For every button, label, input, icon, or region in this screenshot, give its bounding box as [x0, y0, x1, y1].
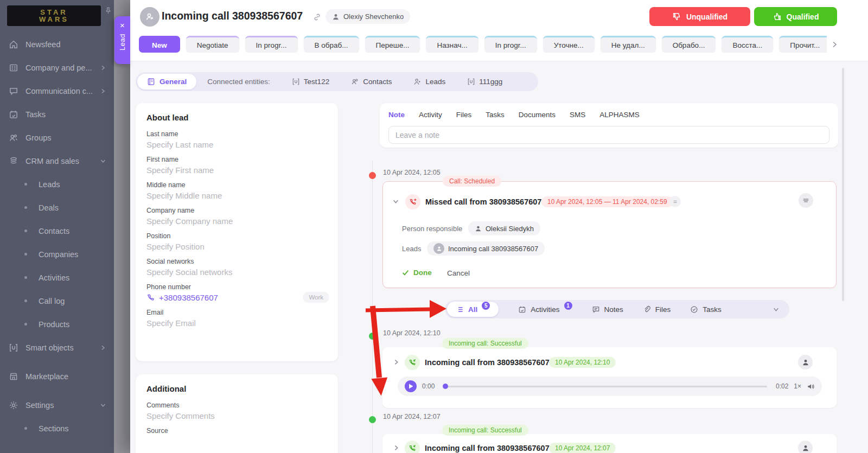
- activity-title: Incoming call from 380938567607: [425, 444, 550, 452]
- stage-vossta[interactable]: Восста...: [722, 36, 773, 53]
- sidebar-item-label: Leads: [39, 180, 60, 189]
- sidebar-item-call-log[interactable]: Call log: [0, 289, 114, 312]
- sidebar-item-companies[interactable]: Companies: [0, 243, 114, 266]
- app-logo[interactable]: STAR WARS: [7, 5, 101, 26]
- sidebar-item-sections[interactable]: Sections: [0, 417, 114, 440]
- stages-scroll-right-icon[interactable]: [830, 40, 839, 49]
- sidebar-item-newsfeed[interactable]: Newsfeed: [0, 33, 114, 56]
- sidebar-item-activities[interactable]: Activities: [0, 266, 114, 289]
- collapse-icon[interactable]: [392, 198, 399, 205]
- stage-ne-udal[interactable]: Не удал...: [601, 36, 656, 53]
- seek-knob[interactable]: [443, 384, 448, 389]
- play-button[interactable]: [405, 380, 417, 392]
- sidebar-item-marketplace[interactable]: Marketplace: [0, 365, 114, 388]
- field-comments[interactable]: Comments Specify Comments: [146, 401, 327, 420]
- volume-icon[interactable]: [807, 382, 815, 391]
- smart-object-icon: [9, 343, 18, 353]
- timeline-dot-green: [369, 416, 376, 423]
- close-icon[interactable]: ×: [120, 21, 125, 29]
- field-company-name[interactable]: Company name Specify Company name: [146, 207, 327, 226]
- owner-chip[interactable]: Olexiy Shevchenko: [326, 9, 410, 24]
- stage-v-obrab[interactable]: В обраб...: [304, 36, 359, 53]
- stage-negotiate[interactable]: Negotiate: [186, 36, 239, 53]
- sidebar-item-contacts[interactable]: Contacts: [0, 219, 114, 243]
- tab-files[interactable]: Files: [456, 111, 472, 119]
- field-source[interactable]: Source: [146, 427, 327, 435]
- field-position[interactable]: Position Specify Position: [146, 232, 327, 251]
- stage-utochne[interactable]: Уточне...: [543, 36, 595, 53]
- timeline-filter-bar: All 5 Activities 1 Notes Files Tasks: [445, 300, 789, 318]
- panel-scrollbar[interactable]: [842, 68, 844, 301]
- tab-note[interactable]: Note: [388, 111, 405, 119]
- sidebar-item-deals[interactable]: Deals: [0, 196, 114, 219]
- done-button[interactable]: Done: [402, 269, 432, 277]
- tab-test122[interactable]: Test122: [292, 78, 329, 86]
- expand-icon[interactable]: [393, 359, 400, 366]
- sidebar-item-communication[interactable]: Communication c...: [0, 79, 114, 103]
- stage-obrabo[interactable]: Обрабо...: [662, 36, 716, 53]
- status-badge: Incoming call: Successful: [442, 338, 528, 349]
- assignee-avatar[interactable]: [799, 193, 813, 208]
- field-first-name[interactable]: First name Specify First name: [146, 156, 327, 175]
- tab-tasks[interactable]: Tasks: [486, 111, 505, 119]
- filter-all[interactable]: All 5: [447, 302, 499, 317]
- sidebar-item-products[interactable]: Products: [0, 312, 114, 336]
- stage-in-progress-2[interactable]: In progr...: [484, 36, 537, 53]
- qualified-button[interactable]: Qualified: [754, 7, 837, 26]
- filter-chevron-down-icon[interactable]: [773, 306, 780, 313]
- sidebar-item-smart-objects[interactable]: Smart objects: [0, 336, 114, 359]
- cancel-button[interactable]: Cancel: [447, 269, 470, 277]
- note-input[interactable]: [388, 126, 829, 144]
- stage-new[interactable]: New: [139, 36, 180, 53]
- playback-rate[interactable]: 1×: [794, 382, 801, 390]
- assignee-avatar[interactable]: [798, 355, 813, 369]
- field-middle-name[interactable]: Middle name Specify Middle name: [146, 181, 327, 200]
- assignee-avatar[interactable]: [798, 441, 813, 453]
- check-icon: [402, 269, 409, 276]
- entity-tab-bar: General Connected entities: Test122 Cont…: [136, 72, 538, 91]
- link-icon[interactable]: [312, 12, 322, 22]
- sidebar-item-settings[interactable]: Settings: [0, 393, 114, 417]
- filter-notes[interactable]: Notes: [592, 305, 623, 314]
- expand-icon[interactable]: [393, 444, 400, 451]
- list-icon: [456, 305, 464, 314]
- sidebar-item-label: Marketplace: [25, 372, 68, 381]
- filter-files[interactable]: Files: [643, 305, 671, 314]
- tab-leads[interactable]: Leads: [413, 78, 445, 86]
- sidebar-item-groups[interactable]: Groups: [0, 126, 114, 149]
- field-last-name[interactable]: Last name Specify Last name: [146, 130, 327, 149]
- tab-alphasms[interactable]: ALPHASMS: [599, 111, 640, 119]
- seek-bar[interactable]: [443, 386, 767, 387]
- owner-name: Olexiy Shevchenko: [343, 12, 404, 21]
- stage-naznach[interactable]: Назнач...: [426, 36, 478, 53]
- sidebar-item-crm[interactable]: CRM and sales: [0, 149, 114, 173]
- qualified-label: Qualified: [787, 12, 819, 21]
- priority-icon[interactable]: =: [669, 196, 681, 207]
- person-responsible-chip[interactable]: Oleksii Siedykh: [468, 221, 540, 235]
- tab-activity[interactable]: Activity: [419, 111, 442, 119]
- lead-chip[interactable]: Incoming call 380938567607: [427, 241, 545, 256]
- stage-in-progress-1[interactable]: In progr...: [245, 36, 298, 53]
- tab-111ggg[interactable]: 111ggg: [467, 78, 502, 86]
- lead-panel-tab[interactable]: × Lead: [114, 16, 130, 64]
- bullet-icon: [24, 183, 27, 186]
- activity-title: Incoming call from 380938567607: [425, 358, 550, 367]
- tab-sms[interactable]: SMS: [570, 111, 585, 119]
- sidebar-item-company[interactable]: Company and pe...: [0, 56, 114, 79]
- tab-general[interactable]: General: [137, 74, 196, 90]
- tab-documents[interactable]: Documents: [519, 111, 556, 119]
- additional-card: Additional Comments Specify Comments Sou…: [136, 374, 338, 453]
- stage-pereshe[interactable]: Переше...: [365, 36, 420, 53]
- sidebar-item-tasks[interactable]: Tasks: [0, 103, 114, 126]
- sidebar-item-leads[interactable]: Leads: [0, 173, 114, 196]
- stage-prochit[interactable]: Прочит...: [779, 36, 827, 53]
- tab-contacts[interactable]: Contacts: [351, 78, 392, 86]
- filter-activities[interactable]: Activities 1: [518, 305, 572, 314]
- pin-icon[interactable]: [104, 7, 112, 15]
- unqualified-button[interactable]: Unqualified: [649, 7, 750, 26]
- field-email[interactable]: Email Specify Email: [146, 309, 327, 328]
- phone-link[interactable]: +380938567607: [146, 293, 327, 302]
- sidebar-item-label: Sections: [39, 424, 69, 433]
- field-social-networks[interactable]: Social networks Specify Social networks: [146, 258, 327, 277]
- filter-tasks[interactable]: Tasks: [690, 305, 722, 314]
